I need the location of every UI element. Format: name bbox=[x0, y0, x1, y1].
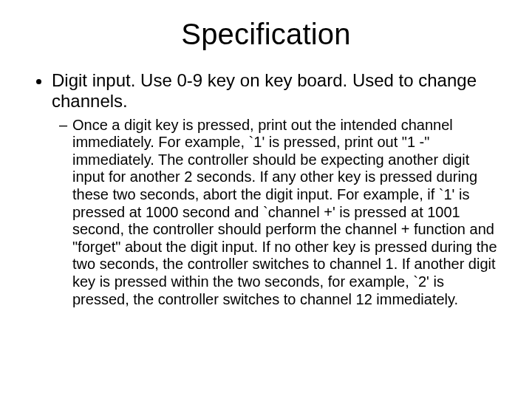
slide-title: Specification bbox=[30, 18, 502, 51]
bullet-level1-text: Digit input. Use 0-9 key on key board. U… bbox=[52, 70, 477, 111]
bullet-level2: Once a digit key is pressed, print out t… bbox=[72, 117, 502, 309]
bullet-level2-text: Once a digit key is pressed, print out t… bbox=[72, 117, 497, 307]
sub-bullet-list: Once a digit key is pressed, print out t… bbox=[52, 117, 502, 309]
bullet-level1: Digit input. Use 0-9 key on key board. U… bbox=[52, 70, 502, 308]
slide: Specification Digit input. Use 0-9 key o… bbox=[0, 0, 532, 399]
bullet-list: Digit input. Use 0-9 key on key board. U… bbox=[30, 70, 502, 308]
